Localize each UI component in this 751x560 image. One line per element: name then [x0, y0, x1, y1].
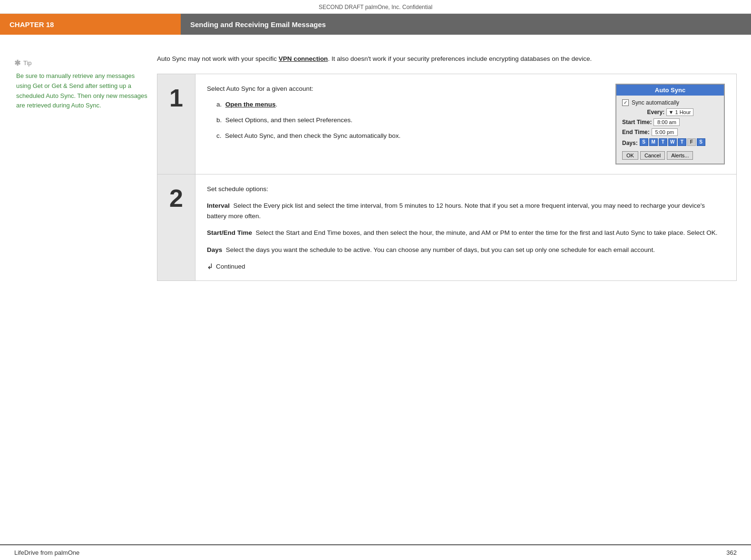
start-time-value[interactable]: 8:00 am	[653, 118, 680, 126]
confidential-bar: SECOND DRAFT palmOne, Inc. Confidential	[0, 0, 751, 14]
start-time-row: Start Time: 8:00 am	[622, 118, 718, 126]
sync-auto-row: ✓ Sync automatically	[622, 99, 718, 106]
day-s1[interactable]: S	[640, 138, 648, 146]
interval-text: Select the Every pick list and select th…	[207, 202, 705, 220]
days-term: Days	[207, 246, 222, 253]
days-text: Select the days you want the schedule to…	[226, 246, 655, 253]
intro-text-after: . It also doesn't work if your security …	[328, 55, 592, 62]
startend-text: Select the Start and End Time boxes, and…	[256, 229, 718, 236]
step1-sub-b-label: b.	[216, 116, 222, 124]
end-time-label: End Time:	[622, 129, 650, 135]
step1-open-menus-link[interactable]: Open the menus	[225, 101, 276, 108]
sidebar-tip: ✱ Tip Be sure to manually retrieve any m…	[14, 54, 157, 281]
day-t2[interactable]: T	[678, 138, 686, 146]
step1-sub-a-label: a.	[216, 101, 222, 108]
end-time-value[interactable]: 5:00 pm	[652, 128, 678, 136]
step2-startend: Start/End Time Select the Start and End …	[207, 228, 725, 238]
step-1-number: 1	[157, 74, 195, 174]
day-f[interactable]: F	[687, 138, 696, 146]
day-w[interactable]: W	[668, 138, 677, 146]
tip-body: Be sure to manually retrieve any message…	[14, 71, 147, 111]
interval-term: Interval	[207, 202, 230, 209]
auto-sync-dialog: Auto Sync ✓ Sync automatically Every:	[615, 84, 725, 164]
step1-sub-b-text: Select Options, and then select Preferen…	[225, 116, 352, 124]
day-m[interactable]: M	[649, 138, 658, 146]
tip-asterisk-icon: ✱	[14, 58, 20, 68]
chapter-label: CHAPTER 18	[0, 14, 181, 35]
days-label: Days:	[622, 140, 638, 146]
step1-sub-b: b. Select Options, and then select Prefe…	[216, 115, 606, 126]
step2-text: Set schedule options: Interval Select th…	[207, 184, 725, 271]
every-label: Every:	[647, 109, 664, 116]
step1-sub-c: c. Select Auto Sync, and then check the …	[216, 131, 606, 142]
end-time-row: End Time: 5:00 pm	[622, 128, 718, 136]
start-time-label: Start Time:	[622, 119, 652, 126]
dialog-title: Auto Sync	[616, 85, 724, 96]
dialog-alerts-button[interactable]: Alerts...	[667, 151, 693, 160]
footer-left: LifeDrive from palmOne	[14, 549, 79, 556]
intro-paragraph: Auto Sync may not work with your specifi…	[157, 54, 737, 64]
step-2-content: Set schedule options: Interval Select th…	[195, 174, 736, 280]
step2-interval: Interval Select the Every pick list and …	[207, 201, 725, 221]
startend-term: Start/End Time	[207, 229, 252, 236]
step-1-content: Select Auto Sync for a given account: a.…	[195, 74, 736, 174]
confidential-text: SECOND DRAFT palmOne, Inc. Confidential	[319, 4, 432, 10]
day-s2[interactable]: S	[697, 138, 705, 146]
footer: LifeDrive from palmOne 362	[0, 544, 751, 560]
step1-inner: Select Auto Sync for a given account: a.…	[207, 84, 725, 164]
step2-heading: Set schedule options:	[207, 184, 725, 194]
tip-header: ✱ Tip	[14, 58, 147, 68]
days-row: Days: S M T W T F S	[622, 138, 718, 148]
chapter-header: CHAPTER 18 Sending and Receiving Email M…	[0, 14, 751, 35]
sync-auto-label: Sync automatically	[632, 99, 679, 106]
dialog-ok-button[interactable]: OK	[622, 151, 638, 160]
chapter-title: Sending and Receiving Email Messages	[181, 14, 751, 35]
steps-container: 1 Select Auto Sync for a given account: …	[157, 74, 737, 281]
step-1-row: 1 Select Auto Sync for a given account: …	[157, 74, 736, 174]
intro-text-before: Auto Sync may not work with your specifi…	[157, 55, 279, 62]
dialog-cancel-button[interactable]: Cancel	[640, 151, 665, 160]
tip-label: Tip	[23, 59, 32, 67]
day-t1[interactable]: T	[659, 138, 667, 146]
step1-sub-c-text: Select Auto Sync, and then check the Syn…	[225, 132, 400, 139]
continued-arrow-icon: ↲	[207, 262, 213, 271]
step1-sub-c-label: c.	[216, 132, 222, 139]
dialog-body: ✓ Sync automatically Every: ▼ 1 Hour	[616, 96, 724, 164]
vpn-connection-link[interactable]: VPN connection	[279, 55, 328, 62]
continued-row: ↲ Continued	[207, 262, 725, 271]
step-2-row: 2 Set schedule options: Interval Select …	[157, 174, 736, 280]
right-content: Auto Sync may not work with your specifi…	[157, 54, 737, 281]
days-buttons: S M T W T F S	[640, 138, 705, 146]
step1-heading: Select Auto Sync for a given account:	[207, 84, 606, 94]
step1-text: Select Auto Sync for a given account: a.…	[207, 84, 606, 142]
every-row: Every: ▼ 1 Hour	[622, 108, 718, 116]
dialog-buttons: OK Cancel Alerts...	[622, 151, 718, 160]
footer-right: 362	[726, 549, 737, 556]
main-content: ✱ Tip Be sure to manually retrieve any m…	[0, 35, 751, 295]
step2-days: Days Select the days you want the schedu…	[207, 245, 725, 255]
sync-auto-checkbox[interactable]: ✓	[622, 99, 629, 106]
every-value[interactable]: ▼ 1 Hour	[666, 108, 693, 116]
step-2-number: 2	[157, 174, 195, 280]
continued-text: Continued	[216, 263, 245, 270]
step1-sub-a: a. Open the menus.	[216, 99, 606, 110]
